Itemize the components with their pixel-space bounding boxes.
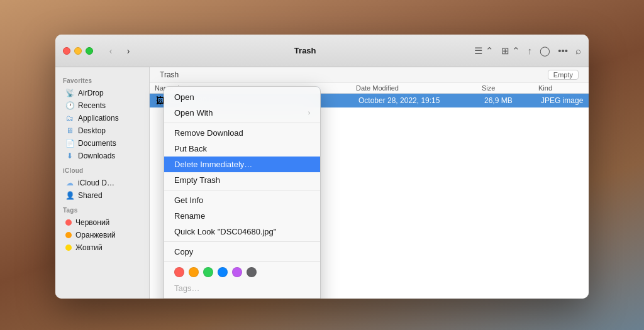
menu-item-empty-trash[interactable]: Empty Trash bbox=[164, 172, 320, 188]
menu-separator-1 bbox=[164, 123, 320, 123]
file-kind: JPEG image bbox=[541, 96, 584, 105]
minimize-button[interactable] bbox=[74, 47, 82, 55]
close-button[interactable] bbox=[63, 47, 70, 55]
icloud-section-label: iCloud bbox=[55, 162, 149, 177]
maximize-button[interactable] bbox=[86, 47, 93, 55]
color-dot-blue[interactable] bbox=[218, 267, 228, 277]
share-icon[interactable]: ↑ bbox=[528, 45, 533, 56]
back-button[interactable]: ‹ bbox=[103, 45, 118, 57]
file-area-header: Trash Empty bbox=[150, 67, 589, 83]
applications-icon: 🗂 bbox=[65, 114, 74, 123]
col-header-kind[interactable]: Kind bbox=[538, 84, 584, 92]
tag-yellow-label: Жовтий bbox=[75, 243, 103, 252]
sidebar-item-applications[interactable]: 🗂 Applications bbox=[58, 112, 147, 124]
sidebar-item-tag-red[interactable]: Червоний bbox=[58, 216, 147, 229]
menu-separator-2 bbox=[164, 190, 320, 190]
menu-item-rename[interactable]: Rename bbox=[164, 208, 320, 224]
tag-red-label: Червоний bbox=[75, 218, 109, 227]
desktop-label: Desktop bbox=[78, 126, 106, 135]
menu-get-info-label: Get Info bbox=[174, 195, 203, 205]
menu-item-quick-look[interactable]: Quick Look "DSC04680.jpg" bbox=[164, 224, 320, 239]
menu-item-delete-immediately[interactable]: Delete Immediately… bbox=[164, 157, 320, 172]
file-area: Trash Empty Name ⌃ Date Modified Size Ki… bbox=[150, 67, 589, 299]
col-header-date[interactable]: Date Modified bbox=[356, 84, 482, 92]
color-dot-gray[interactable] bbox=[247, 267, 257, 277]
sidebar-item-recents[interactable]: 🕐 Recents bbox=[58, 99, 147, 112]
color-dot-purple[interactable] bbox=[232, 267, 242, 277]
applications-label: Applications bbox=[78, 114, 119, 123]
sidebar: Favorites 📡 AirDrop 🕐 Recents 🗂 Applicat… bbox=[55, 67, 150, 299]
menu-item-put-back[interactable]: Put Back bbox=[164, 141, 320, 157]
downloads-icon: ⬇ bbox=[65, 151, 74, 160]
toolbar-icons: ☰ ⌃ ⊞ ⌃ ↑ ◯ ••• ⌕ bbox=[474, 45, 581, 57]
menu-item-open-with[interactable]: Open With › bbox=[164, 105, 320, 121]
icloud-drive-label: iCloud D… bbox=[78, 179, 114, 187]
menu-quick-look-label: Quick Look "DSC04680.jpg" bbox=[174, 227, 276, 236]
tag-orange-dot bbox=[65, 232, 72, 238]
list-view-icon[interactable]: ☰ ⌃ bbox=[474, 45, 493, 57]
color-dot-green[interactable] bbox=[203, 267, 213, 277]
menu-item-tags: Tags… bbox=[164, 280, 320, 296]
menu-rename-label: Rename bbox=[174, 211, 205, 221]
forward-button[interactable]: › bbox=[121, 45, 136, 57]
menu-separator-5 bbox=[164, 298, 320, 299]
file-date: October 28, 2022, 19:15 bbox=[358, 96, 484, 105]
menu-remove-download-label: Remove Download bbox=[174, 128, 243, 138]
documents-icon: 📄 bbox=[65, 139, 74, 148]
recents-label: Recents bbox=[78, 101, 106, 110]
recents-icon: 🕐 bbox=[65, 101, 74, 110]
color-dots-row bbox=[164, 264, 320, 280]
grid-view-icon[interactable]: ⊞ ⌃ bbox=[501, 45, 520, 57]
file-size: 26,9 MB bbox=[484, 96, 541, 105]
more-icon[interactable]: ••• bbox=[558, 45, 568, 56]
window-title: Trash bbox=[141, 46, 469, 55]
downloads-label: Downloads bbox=[78, 151, 115, 160]
context-menu: Open Open With › Remove Download Put Bac… bbox=[164, 86, 321, 299]
tag-icon[interactable]: ◯ bbox=[540, 45, 550, 57]
menu-open-label: Open bbox=[174, 92, 194, 102]
sidebar-item-tag-orange[interactable]: Оранжевий bbox=[58, 229, 147, 241]
menu-separator-3 bbox=[164, 241, 320, 242]
toolbar: ‹ › Trash ☰ ⌃ ⊞ ⌃ ↑ ◯ ••• ⌕ bbox=[55, 35, 589, 67]
finder-window: ‹ › Trash ☰ ⌃ ⊞ ⌃ ↑ ◯ ••• ⌕ Favorites 📡 … bbox=[55, 35, 589, 299]
desktop-icon: 🖥 bbox=[65, 126, 74, 135]
menu-open-with-label: Open With bbox=[174, 108, 213, 118]
empty-button[interactable]: Empty bbox=[548, 70, 579, 80]
submenu-arrow: › bbox=[308, 109, 310, 116]
color-dot-red[interactable] bbox=[174, 267, 184, 277]
color-dot-orange[interactable] bbox=[189, 267, 199, 277]
sidebar-item-desktop[interactable]: 🖥 Desktop bbox=[58, 124, 147, 137]
path-label: Trash bbox=[160, 70, 179, 79]
menu-separator-4 bbox=[164, 261, 320, 262]
documents-label: Documents bbox=[78, 139, 116, 148]
tag-orange-label: Оранжевий bbox=[75, 231, 116, 239]
menu-item-open[interactable]: Open bbox=[164, 89, 320, 105]
search-icon[interactable]: ⌕ bbox=[575, 45, 581, 56]
favorites-section-label: Favorites bbox=[55, 72, 149, 87]
airdrop-icon: 📡 bbox=[65, 89, 74, 97]
tag-red-dot bbox=[65, 219, 72, 226]
sidebar-item-tag-yellow[interactable]: Жовтий bbox=[58, 241, 147, 254]
sidebar-item-icloud-drive[interactable]: ☁ iCloud D… bbox=[58, 177, 147, 189]
sidebar-item-downloads[interactable]: ⬇ Downloads bbox=[58, 150, 147, 162]
nav-buttons: ‹ › bbox=[103, 45, 136, 57]
menu-put-back-label: Put Back bbox=[174, 144, 207, 153]
sidebar-item-airdrop[interactable]: 📡 AirDrop bbox=[58, 87, 147, 99]
menu-empty-trash-label: Empty Trash bbox=[174, 175, 220, 185]
menu-item-get-info[interactable]: Get Info bbox=[164, 192, 320, 208]
tag-yellow-dot bbox=[65, 245, 72, 251]
sidebar-item-shared[interactable]: 👤 Shared bbox=[58, 189, 147, 202]
sidebar-item-documents[interactable]: 📄 Documents bbox=[58, 137, 147, 150]
tags-section-label: Tags bbox=[55, 202, 149, 216]
menu-item-copy[interactable]: Copy bbox=[164, 244, 320, 260]
menu-delete-immediately-label: Delete Immediately… bbox=[174, 160, 252, 169]
menu-copy-label: Copy bbox=[174, 247, 193, 256]
menu-tags-label: Tags… bbox=[174, 283, 199, 293]
col-header-size[interactable]: Size bbox=[482, 84, 538, 92]
traffic-lights bbox=[63, 47, 93, 55]
shared-label: Shared bbox=[78, 191, 103, 200]
shared-icon: 👤 bbox=[65, 191, 74, 200]
icloud-drive-icon: ☁ bbox=[65, 179, 74, 187]
menu-item-remove-download[interactable]: Remove Download bbox=[164, 125, 320, 141]
airdrop-label: AirDrop bbox=[78, 89, 104, 97]
